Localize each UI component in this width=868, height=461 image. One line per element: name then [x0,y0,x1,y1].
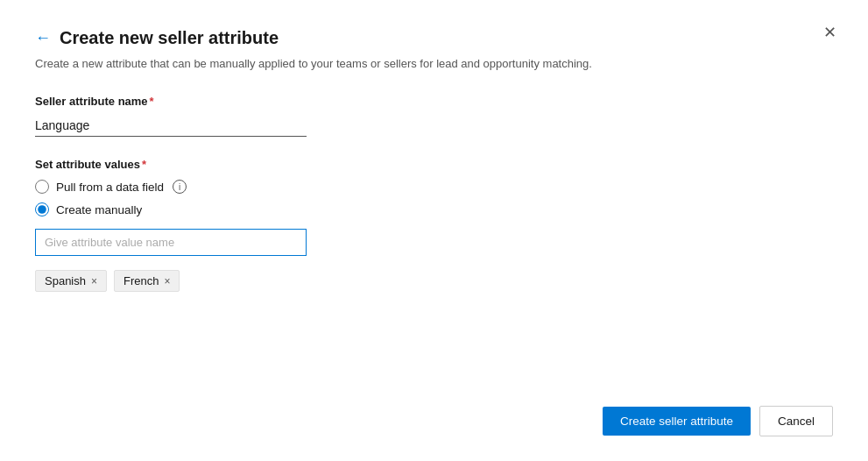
radio-pull-label: Pull from a data field [56,181,164,194]
dialog-footer: Create seller attribute Cancel [603,406,833,436]
dialog-subtitle: Create a new attribute that can be manua… [35,57,833,70]
dialog-header: ← Create new seller attribute [35,28,833,48]
radio-pull[interactable] [35,180,49,194]
tag-spanish: Spanish × [35,270,107,292]
create-seller-attribute-dialog: ← Create new seller attribute ✕ Create a… [0,0,868,461]
seller-attribute-name-input[interactable] [35,115,307,137]
radio-manual[interactable] [35,202,49,216]
radio-manual-label: Create manually [56,203,142,216]
radio-option-pull[interactable]: Pull from a data field i [35,180,833,194]
set-attribute-values-section: Set attribute values* Pull from a data f… [35,158,833,292]
tag-spanish-label: Spanish [45,274,86,287]
back-button[interactable]: ← [35,29,51,47]
seller-attribute-name-section: Seller attribute name* [35,95,833,137]
main-content: Seller attribute name* Set attribute val… [35,95,833,436]
tags-row: Spanish × French × [35,270,833,292]
dialog-title: Create new seller attribute [60,28,279,48]
tag-french-label: French [123,274,159,287]
remove-french-button[interactable]: × [164,276,170,287]
info-icon[interactable]: i [173,180,187,194]
tag-french: French × [114,270,180,292]
set-attribute-values-label: Set attribute values* [35,158,833,171]
set-attribute-required-marker: * [142,158,146,171]
radio-group: Pull from a data field i Create manually [35,180,833,216]
close-button[interactable]: ✕ [823,25,836,40]
seller-attribute-name-label: Seller attribute name* [35,95,833,108]
cancel-button[interactable]: Cancel [759,406,833,436]
required-marker: * [150,95,154,108]
radio-option-manual[interactable]: Create manually [35,202,833,216]
remove-spanish-button[interactable]: × [91,276,97,287]
create-seller-attribute-button[interactable]: Create seller attribute [603,407,751,436]
attribute-value-input[interactable] [35,229,307,256]
